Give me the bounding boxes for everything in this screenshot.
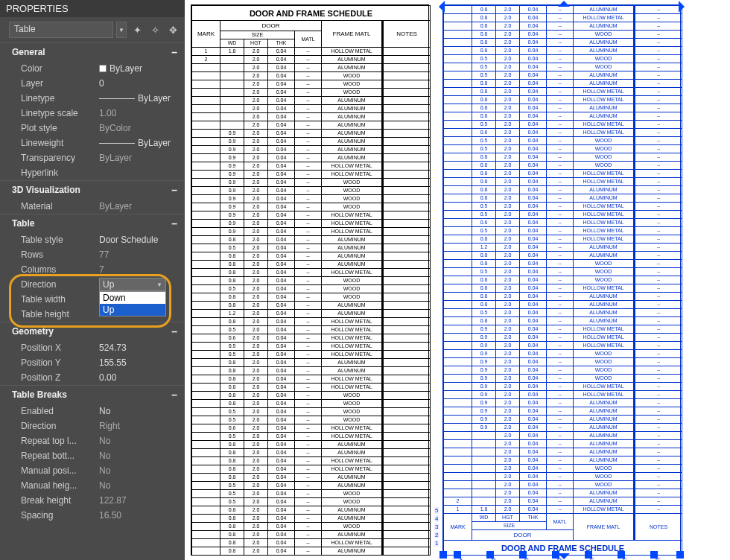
table-row: 0.82.00.04--WOOD <box>192 277 431 285</box>
row-number: 1 <box>434 540 439 547</box>
prop-spacing[interactable]: 16.50 <box>99 510 185 521</box>
section-3dviz[interactable]: 3D Visualization– <box>0 181 185 199</box>
table-grip-tl-arrow-icon[interactable] <box>433 1 445 13</box>
table-row: 0.82.00.04--ALUMINUM <box>192 515 431 523</box>
prop-repeat-top[interactable]: No <box>99 436 185 446</box>
direction-option-down[interactable]: Down <box>100 292 165 304</box>
column-grip-icon[interactable] <box>585 551 592 559</box>
column-grip-icon[interactable] <box>618 551 625 559</box>
prop-lineweight[interactable]: ByLayer <box>99 138 185 148</box>
collapse-icon: – <box>171 217 177 229</box>
table-row: 0.82.00.04--ALUMINUM-- <box>444 301 682 309</box>
table-up-selected[interactable]: 0.82.00.04--ALUMINUM--0.82.00.04--HOLLOW… <box>442 4 681 556</box>
direction-option-up[interactable]: Up <box>100 304 165 316</box>
prop-color[interactable]: ByLayer <box>99 63 185 74</box>
table-row: 2.00.04--ALUMINUM-- <box>444 456 682 465</box>
table-row: 0.92.00.04--WOOD <box>192 195 431 203</box>
table-row: 0.52.00.04--HOLLOW METAL-- <box>444 211 682 219</box>
table-row: 0.82.00.04--HOLLOW METAL <box>192 465 431 474</box>
prop-linetype[interactable]: ByLayer <box>99 93 185 104</box>
table-row: 0.92.00.04--HOLLOW METAL <box>192 211 431 220</box>
table-row: 0.52.00.04--HOLLOW METAL <box>192 351 431 359</box>
table-row: 0.92.00.04--ALUMINUM <box>192 138 431 146</box>
prop-direction-select[interactable]: Up▼ <box>99 278 166 291</box>
table-row: 0.82.00.04--HOLLOW METAL <box>192 318 431 326</box>
table-row: 2.00.04--WOOD <box>192 72 431 80</box>
table-row: 0.52.00.04--HOLLOW METAL-- <box>444 203 682 211</box>
table-row: 0.92.00.04--ALUMINUM <box>192 154 431 162</box>
pickadd-icon[interactable]: ✧ <box>147 22 162 37</box>
prop-material[interactable]: ByLayer <box>99 201 185 211</box>
section-geometry[interactable]: Geometry– <box>0 322 185 340</box>
drawing-canvas[interactable]: DOOR AND FRAME SCHEDULE MARK DOOR FRAME … <box>185 0 730 560</box>
table-row: 0.82.00.04--ALUMINUM <box>192 449 431 457</box>
prop-pos-y[interactable]: 155.55 <box>99 357 185 368</box>
table-row: 0.82.00.04--ALUMINUM-- <box>444 194 682 203</box>
table-row: 0.82.00.04--ALUMINUM-- <box>444 252 682 260</box>
table-row: 0.92.00.04--WOOD <box>192 187 431 195</box>
prop-columns[interactable]: 7 <box>99 264 185 275</box>
table-row: 0.82.00.04--WOOD-- <box>444 153 682 162</box>
column-grip-icon[interactable] <box>519 551 527 559</box>
table-down[interactable]: DOOR AND FRAME SCHEDULE MARK DOOR FRAME … <box>191 4 429 556</box>
table-row: 2.00.04--ALUMINUM-- <box>444 489 682 497</box>
section-table-breaks[interactable]: Table Breaks– <box>0 386 185 404</box>
prop-repeat-bottom[interactable]: No <box>99 451 185 461</box>
prop-pos-x[interactable]: 524.73 <box>99 343 185 353</box>
prop-breaks-direction[interactable]: Right <box>99 421 185 431</box>
prop-breaks-enabled[interactable]: No <box>99 406 185 416</box>
table-row: 0.82.00.04--ALUMINUM-- <box>444 80 682 88</box>
prop-ltscale[interactable]: 1.00 <box>99 108 185 118</box>
table-row: 0.62.00.04--HOLLOW METAL <box>192 334 431 343</box>
table-row: 0.82.00.04--ALUMINUM <box>192 531 431 539</box>
table-row: 0.92.00.04--ALUMINUM <box>192 130 431 138</box>
table-row: 0.82.00.04--ALUMINUM-- <box>444 293 682 301</box>
table-grip-top-arrow-icon[interactable] <box>558 0 570 7</box>
section-general[interactable]: General– <box>0 43 185 61</box>
table-row: 0.92.00.04--HOLLOW METAL <box>192 162 431 171</box>
table-row: 0.52.00.04--WOOD <box>192 285 431 293</box>
table-row: 0.92.00.04--WOOD-- <box>444 366 682 375</box>
column-grip-icon[interactable] <box>650 551 658 559</box>
prop-layer[interactable]: 0 <box>99 78 185 89</box>
table-row: 0.82.00.04--WOOD <box>192 293 431 302</box>
object-type-select[interactable]: Table <box>9 22 113 38</box>
table-row: 0.82.00.04--ALUMINUM-- <box>444 317 682 325</box>
properties-panel: PROPERTIES Table ▼ ✦ ✧ ✥ General– ColorB… <box>0 0 185 560</box>
column-grip-icon[interactable] <box>454 551 461 559</box>
table-row: 0.82.00.04--ALUMINUM <box>192 367 431 375</box>
prop-plotstyle[interactable]: ByColor <box>99 123 185 133</box>
row-number: 5 <box>434 507 439 514</box>
panel-title: PROPERTIES <box>0 0 185 17</box>
prop-manual-pos[interactable]: No <box>99 465 185 476</box>
table-row: 0.82.00.04--HOLLOW METAL <box>192 457 431 465</box>
table-row: 0.82.00.04--ALUMINUM-- <box>444 104 682 112</box>
object-type-dropdown-icon[interactable]: ▼ <box>116 22 127 38</box>
column-grip-icon[interactable] <box>552 551 559 559</box>
prop-pos-z[interactable]: 0.00 <box>99 372 185 383</box>
prop-rows[interactable]: 77 <box>99 249 185 260</box>
table-row: 0.92.00.04--ALUMINUM <box>192 146 431 154</box>
quick-select-icon[interactable]: ✦ <box>130 22 145 37</box>
select-objects-icon[interactable]: ✥ <box>165 22 180 37</box>
table-row: 0.52.00.04--WOOD <box>192 498 431 506</box>
table-row: 0.82.00.04--ALUMINUM <box>192 252 431 261</box>
table-grip-tr-arrow-icon[interactable] <box>679 1 691 13</box>
column-grip-icon[interactable] <box>486 551 494 559</box>
table-row: 0.82.00.04--ALUMINUM-- <box>444 47 682 55</box>
linetype-preview-icon <box>99 98 135 99</box>
table-row: 0.82.00.04--ALUMINUM <box>192 547 431 556</box>
lineweight-preview-icon <box>99 143 135 144</box>
section-table[interactable]: Table– <box>0 214 185 232</box>
table-grip-bl-icon[interactable] <box>439 551 447 559</box>
prop-table-style[interactable]: Door Schedule <box>99 235 185 245</box>
table-row: 2.00.04--WOOD <box>192 80 431 89</box>
table-row: 0.92.00.04--WOOD-- <box>444 375 682 383</box>
prop-manual-height[interactable]: No <box>99 480 185 491</box>
prop-break-height[interactable]: 122.87 <box>99 495 185 506</box>
table-row: 0.92.00.04--HOLLOW METAL <box>192 171 431 179</box>
table-grip-br-icon[interactable] <box>676 551 684 559</box>
prop-transparency[interactable]: ByLayer <box>99 153 185 163</box>
table-row: 2.00.04--WOOD-- <box>444 465 682 473</box>
row-number: 3 <box>434 524 439 530</box>
